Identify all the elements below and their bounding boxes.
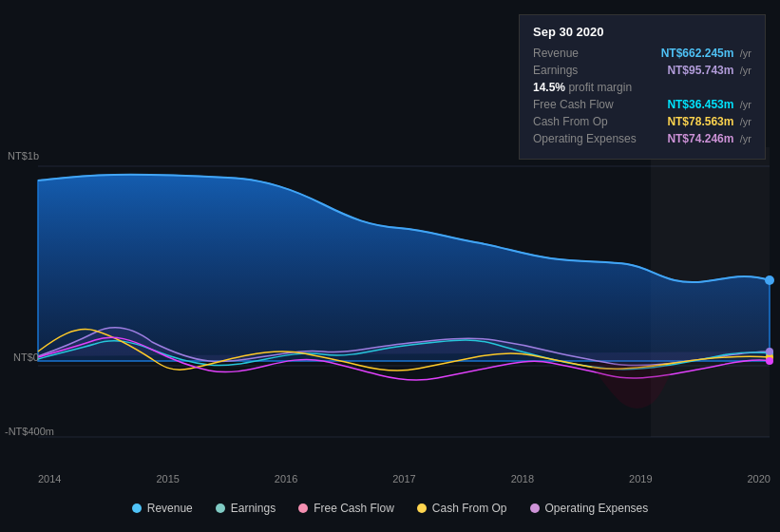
tooltip-value-revenue: NT$662.245m <box>661 47 734 60</box>
x-label-2016: 2016 <box>275 473 297 484</box>
legend-dot-fcf <box>298 504 308 513</box>
tooltip-value-opex: NT$74.246m <box>667 132 733 145</box>
legend-label-opex: Operating Expenses <box>545 502 649 515</box>
x-label-2015: 2015 <box>156 473 179 484</box>
x-axis-labels: 2014 2015 2016 2017 2018 2019 2020 <box>38 473 770 484</box>
svg-point-5 <box>765 276 774 285</box>
tooltip-value-earnings: NT$95.743m <box>667 64 733 77</box>
legend-dot-opex <box>530 504 540 513</box>
legend-item-earnings[interactable]: Earnings <box>216 502 276 515</box>
tooltip-suffix-cashfromop: /yr <box>740 116 751 127</box>
legend-label-cashfromop: Cash From Op <box>432 502 507 515</box>
legend-item-revenue[interactable]: Revenue <box>132 502 193 515</box>
tooltip-label-opex: Operating Expenses <box>533 132 637 145</box>
y-label-neg400m: -NT$400m <box>5 426 54 437</box>
x-label-2014: 2014 <box>38 473 61 484</box>
x-label-2019: 2019 <box>629 473 652 484</box>
tooltip-suffix-earnings: /yr <box>740 65 751 76</box>
tooltip-label-earnings: Earnings <box>533 64 578 77</box>
tooltip-label-fcf: Free Cash Flow <box>533 98 614 111</box>
x-label-2018: 2018 <box>511 473 534 484</box>
legend-dot-earnings <box>216 504 225 513</box>
svg-point-8 <box>766 357 773 365</box>
y-label-1b: NT$1b <box>8 150 39 162</box>
svg-point-9 <box>766 348 773 355</box>
legend-dot-cashfromop <box>417 504 427 513</box>
tooltip-label-revenue: Revenue <box>533 47 579 60</box>
tooltip-row-revenue: Revenue NT$662.245m /yr <box>533 47 751 60</box>
tooltip-value-fcf: NT$36.453m <box>667 98 733 111</box>
tooltip-label-cashfromop: Cash From Op <box>533 115 608 128</box>
legend-label-earnings: Earnings <box>231 502 276 515</box>
tooltip-margin-value: 14.5% <box>533 81 565 94</box>
chart-legend: Revenue Earnings Free Cash Flow Cash Fro… <box>0 494 780 522</box>
legend-item-fcf[interactable]: Free Cash Flow <box>298 502 394 515</box>
tooltip-suffix-opex: /yr <box>740 133 751 144</box>
tooltip-suffix-revenue: /yr <box>740 48 751 59</box>
legend-item-cashfromop[interactable]: Cash From Op <box>417 502 507 515</box>
tooltip-profit-margin: 14.5% profit margin <box>533 81 751 94</box>
tooltip-row-opex: Operating Expenses NT$74.246m /yr <box>533 132 751 145</box>
tooltip-row-cashfromop: Cash From Op NT$78.563m /yr <box>533 115 751 128</box>
tooltip-row-earnings: Earnings NT$95.743m /yr <box>533 64 751 77</box>
tooltip-title: Sep 30 2020 <box>533 25 751 39</box>
x-label-2020: 2020 <box>747 473 770 484</box>
tooltip-value-cashfromop: NT$78.563m <box>667 115 733 128</box>
y-label-0: NT$0 <box>13 352 39 363</box>
chart-tooltip: Sep 30 2020 Revenue NT$662.245m /yr Earn… <box>519 14 766 160</box>
tooltip-suffix-fcf: /yr <box>740 99 751 110</box>
tooltip-row-fcf: Free Cash Flow NT$36.453m /yr <box>533 98 751 111</box>
tooltip-margin-label: profit margin <box>568 81 632 94</box>
x-label-2017: 2017 <box>392 473 415 484</box>
legend-label-fcf: Free Cash Flow <box>314 502 394 515</box>
legend-dot-revenue <box>132 504 142 513</box>
legend-label-revenue: Revenue <box>147 502 193 515</box>
legend-item-opex[interactable]: Operating Expenses <box>530 502 649 515</box>
